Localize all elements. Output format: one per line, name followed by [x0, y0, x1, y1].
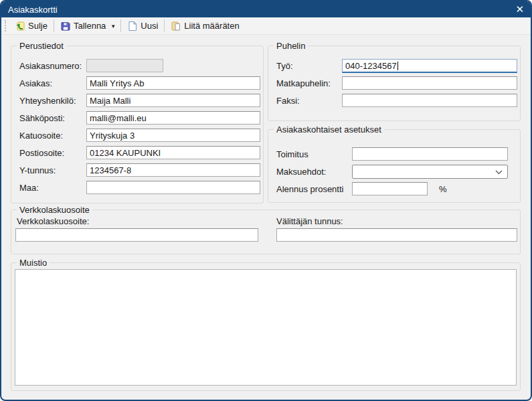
save-dropdown-chevron[interactable]: ▼: [110, 21, 118, 30]
postiosoite-field[interactable]: [86, 146, 260, 159]
y-tunnus-label: Y-tunnus:: [19, 165, 56, 175]
asiakas-field[interactable]: [86, 76, 260, 90]
exit-note-icon: [15, 21, 25, 31]
titlebar[interactable]: Asiakaskortti ✕: [1, 1, 531, 17]
tyo-field-value: 040-1234567: [345, 61, 397, 71]
tyo-field[interactable]: 040-1234567: [342, 59, 517, 73]
text-caret: [397, 62, 398, 70]
group-asetukset: Asiakaskohtaiset asetukset Toimitus Maks…: [268, 129, 521, 203]
sahkoposti-label: Sähköposti:: [19, 113, 65, 123]
group-puhelin: Puhelin Työ: 040-1234567 Matkapuhelin: F…: [268, 46, 521, 121]
toolbar: Sulje Tallenna ▼ Uus: [1, 17, 531, 35]
maa-label: Maa:: [19, 183, 39, 193]
window-title: Asiakaskortti: [8, 5, 501, 15]
verkkolaskuosoite-field[interactable]: [15, 228, 258, 242]
asiakasnumero-label: Asiakasnumero:: [19, 61, 82, 71]
paste-clipboard-icon: [171, 21, 181, 31]
new-label: Uusi: [141, 21, 158, 31]
alennus-percent-suffix: %: [439, 184, 447, 194]
asiakasnumero-field: [86, 59, 163, 72]
save-label: Tallenna: [74, 21, 106, 31]
maksuehdot-select[interactable]: [352, 165, 508, 179]
chevron-down-icon: [495, 167, 503, 177]
alennus-label: Alennus prosentti: [276, 184, 343, 194]
muistio-textarea[interactable]: [15, 269, 517, 386]
group-perustiedot-title: Perustiedot: [17, 41, 66, 51]
close-card-button[interactable]: Sulje: [11, 19, 52, 33]
matkapuhelin-label: Matkapuhelin:: [276, 78, 331, 88]
toimitus-field[interactable]: [352, 147, 508, 161]
yhteyshenkilo-field[interactable]: [86, 94, 260, 107]
tyo-label: Työ:: [276, 61, 293, 71]
customer-card-window: Asiakaskortti ✕ Sulje: [0, 0, 532, 401]
toolbar-separator: [164, 19, 165, 32]
group-verkkolasku: Verkkolaskuosoite Verkkolaskuosoite: Väl…: [11, 210, 521, 254]
new-button[interactable]: Uusi: [123, 19, 162, 33]
verkkolaskuosoite-label: Verkkolaskuosoite:: [17, 216, 89, 226]
valittajan-tunnus-field[interactable]: [276, 228, 517, 242]
sahkoposti-field[interactable]: [86, 111, 260, 125]
paste-special-label: Liitä määräten: [184, 21, 239, 31]
yhteyshenkilo-label: Yhteyshenkilö:: [19, 96, 76, 106]
asiakas-label: Asiakas:: [19, 78, 52, 88]
faksi-label: Faksi:: [276, 96, 300, 106]
postiosoite-label: Postiosoite:: [19, 148, 64, 158]
group-verkkolasku-title: Verkkolaskuosoite: [17, 205, 92, 215]
maa-field[interactable]: [86, 181, 260, 194]
close-card-label: Sulje: [28, 21, 48, 31]
toimitus-label: Toimitus: [276, 149, 308, 159]
valittajan-tunnus-label: Välittäjän tunnus:: [276, 216, 343, 226]
group-perustiedot: Perustiedot Asiakasnumero: Asiakas: Yhte…: [11, 46, 264, 204]
new-page-icon: [127, 21, 138, 31]
group-puhelin-title: Puhelin: [274, 41, 308, 51]
save-button[interactable]: Tallenna: [56, 19, 110, 33]
alennus-field[interactable]: [352, 182, 428, 195]
group-muistio-title: Muistio: [17, 258, 50, 268]
matkapuhelin-field[interactable]: [342, 76, 517, 90]
faksi-field[interactable]: [342, 94, 517, 107]
toolbar-separator: [54, 19, 54, 32]
maksuehdot-label: Maksuehdot:: [276, 167, 326, 177]
floppy-disk-icon: [60, 21, 71, 31]
paste-special-button[interactable]: Liitä määräten: [167, 19, 243, 33]
katuosoite-label: Katuosoite:: [19, 131, 63, 141]
toolbar-grip[interactable]: [5, 20, 8, 31]
close-icon[interactable]: ✕: [501, 1, 524, 17]
group-asetukset-title: Asiakaskohtaiset asetukset: [274, 125, 384, 135]
toolbar-separator: [120, 19, 121, 32]
form-content: Perustiedot Asiakasnumero: Asiakas: Yhte…: [1, 35, 531, 400]
katuosoite-field[interactable]: [86, 129, 260, 142]
group-muistio: Muistio: [11, 262, 521, 391]
y-tunnus-field[interactable]: [86, 163, 260, 177]
